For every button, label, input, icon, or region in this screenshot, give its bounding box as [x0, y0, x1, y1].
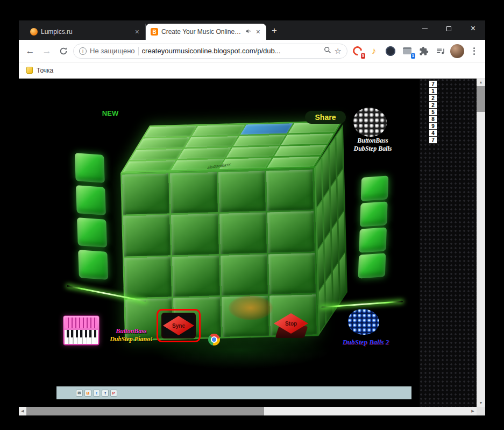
bookmarks-bar: Точка — [19, 62, 485, 79]
cube-cell[interactable] — [267, 157, 320, 168]
cube-cell[interactable] — [233, 135, 285, 146]
cube-cell[interactable] — [130, 149, 182, 160]
minimize-button[interactable] — [413, 20, 437, 37]
cube-cell[interactable] — [274, 145, 326, 157]
tab-lumpics[interactable]: Lumpics.ru × — [25, 24, 146, 40]
adguard-extension-icon[interactable]: 5 — [350, 44, 364, 58]
cube-cell[interactable] — [123, 215, 171, 256]
bookmark-star-icon[interactable]: ☆ — [335, 46, 342, 56]
tab-create-music[interactable]: B Create Your Music Online: Du × — [146, 24, 266, 40]
stop-button[interactable]: Stop — [272, 312, 310, 341]
cube-cell[interactable] — [221, 254, 268, 295]
green-pad[interactable] — [361, 175, 389, 201]
share-button-icon[interactable]: ✉ — [76, 390, 83, 397]
dubstep-balls-image[interactable] — [353, 108, 387, 137]
cube-cell[interactable] — [123, 160, 175, 172]
notifier-extension-icon[interactable]: 1 — [400, 44, 414, 58]
browser-toolbar: ← → i Не защищено createyourmusiconline.… — [19, 40, 485, 62]
cube-cell[interactable] — [323, 149, 329, 197]
cube-cell[interactable] — [337, 170, 344, 217]
cube-cell[interactable] — [281, 133, 333, 145]
maximize-button[interactable] — [437, 20, 461, 37]
horizontal-scroll-thumb[interactable] — [26, 407, 264, 415]
cube-cell[interactable] — [332, 263, 339, 311]
cube-cell[interactable] — [325, 232, 331, 280]
vertical-scroll-thumb[interactable] — [477, 86, 485, 112]
new-tab-button[interactable]: + — [272, 25, 277, 36]
cube-cell[interactable] — [329, 139, 336, 187]
cube-cell[interactable] — [317, 201, 323, 249]
cube-cell[interactable] — [219, 213, 267, 253]
scroll-up-icon[interactable]: ▲ — [477, 79, 485, 86]
cube-cell[interactable] — [144, 126, 196, 137]
url-text[interactable]: createyourmusiconline.blogspot.com/p/dub… — [142, 47, 321, 55]
visit-counter: 712258947 — [429, 81, 437, 144]
scroll-down-icon[interactable]: ▼ — [477, 399, 485, 407]
back-icon[interactable]: ← — [23, 44, 37, 58]
cube-cell[interactable] — [318, 243, 324, 291]
address-bar[interactable]: i Не защищено createyourmusiconline.blog… — [73, 44, 347, 59]
cube-cell[interactable] — [268, 253, 316, 294]
green-pad[interactable] — [77, 217, 107, 248]
playlist-extension-icon[interactable] — [434, 44, 448, 58]
zoom-icon[interactable] — [324, 46, 331, 56]
tab-close-icon[interactable]: × — [255, 27, 261, 36]
cube-cell[interactable] — [185, 136, 237, 147]
cube-cell[interactable] — [324, 191, 330, 238]
cube-cell[interactable] — [267, 212, 315, 252]
cube-cell[interactable] — [326, 273, 332, 321]
cube-cell[interactable] — [331, 222, 338, 270]
horizontal-scrollbar[interactable]: ◀ ▶ — [19, 407, 477, 415]
profile-avatar[interactable] — [450, 44, 464, 58]
cube-cell[interactable] — [170, 172, 217, 213]
new-link[interactable]: NEW — [98, 109, 122, 117]
extensions-puzzle-icon[interactable] — [417, 44, 431, 58]
close-button[interactable]: × — [461, 20, 485, 37]
green-pad[interactable] — [360, 201, 388, 227]
green-pad[interactable] — [75, 153, 105, 183]
share-button-icon[interactable]: t — [93, 390, 100, 397]
cube-cell[interactable] — [330, 180, 337, 228]
cube-cell[interactable] — [172, 256, 219, 297]
tab-close-icon[interactable]: × — [134, 27, 140, 36]
cube-cell[interactable] — [226, 146, 278, 158]
cube-cell[interactable] — [316, 159, 322, 207]
cube-cell[interactable] — [178, 147, 230, 159]
cube-cell[interactable] — [338, 212, 345, 259]
cube-cell[interactable] — [240, 123, 293, 135]
cube-cell[interactable] — [124, 257, 172, 298]
sync-button-group: Sync — [157, 309, 201, 342]
info-icon[interactable]: i — [79, 47, 87, 55]
menu-icon[interactable] — [467, 44, 481, 58]
music-extension-icon[interactable]: ♪ — [367, 44, 381, 58]
cube-cell[interactable] — [288, 122, 340, 133]
share-button-icon[interactable]: P — [110, 390, 117, 397]
cube-cell[interactable] — [192, 125, 244, 136]
vertical-scrollbar[interactable]: ▲ ▼ — [477, 79, 485, 407]
share-button[interactable]: Share — [305, 111, 346, 124]
green-pad[interactable] — [78, 250, 108, 280]
dubstep-balls2-title[interactable]: DubStep Balls 2 — [325, 338, 406, 347]
share-button-icon[interactable]: f — [102, 390, 109, 397]
omnibox-divider — [138, 47, 139, 55]
green-pad[interactable] — [359, 227, 387, 252]
bookmark-item[interactable]: Точка — [37, 67, 53, 74]
scroll-right-icon[interactable]: ▶ — [469, 407, 477, 415]
cube-cell[interactable] — [171, 214, 218, 255]
forward-icon[interactable]: → — [40, 44, 54, 58]
green-pad[interactable] — [76, 185, 106, 215]
share-button-icon[interactable]: B — [84, 390, 91, 397]
globe-extension-icon[interactable] — [384, 44, 397, 58]
green-pad[interactable] — [358, 253, 386, 278]
cube-cell[interactable] — [122, 173, 169, 214]
scroll-left-icon[interactable]: ◀ — [19, 407, 26, 415]
reload-icon[interactable] — [56, 44, 70, 58]
cube-cell[interactable] — [266, 170, 314, 210]
cube-cell[interactable] — [339, 253, 346, 301]
cube-cell[interactable] — [218, 171, 266, 212]
dubstep-piano-image[interactable] — [63, 315, 100, 346]
cube-cell[interactable] — [319, 284, 325, 332]
audio-playing-icon[interactable] — [245, 28, 252, 36]
cube-cell[interactable] — [137, 137, 189, 149]
sync-button[interactable]: Sync — [161, 313, 196, 339]
